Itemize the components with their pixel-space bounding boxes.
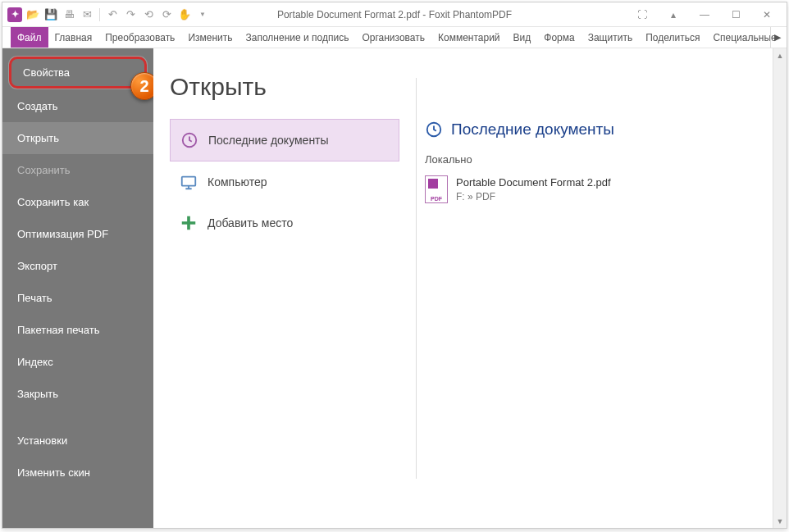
- clock-icon: [180, 131, 198, 149]
- svg-rect-1: [182, 177, 196, 186]
- option-computer-label: Компьютер: [208, 175, 267, 189]
- save-icon[interactable]: 💾: [43, 7, 58, 22]
- undo2-icon[interactable]: ⟲: [141, 7, 156, 22]
- backstage-body: Свойства 2 Создать Открыть Сохранить Сох…: [2, 48, 787, 528]
- redo2-icon[interactable]: ⟳: [159, 7, 174, 22]
- recent-file-text: Portable Document Format 2.pdf F: » PDF: [456, 175, 611, 204]
- sidebar-item-optimize[interactable]: Оптимизация PDF: [2, 218, 153, 250]
- titlebar: ✦ 📂 💾 🖶 ✉ ↶ ↷ ⟲ ⟳ ✋ ▼ Portable Document …: [2, 2, 787, 27]
- scroll-up-icon[interactable]: ▲: [773, 48, 787, 62]
- tab-form[interactable]: Форма: [537, 27, 581, 48]
- sidebar-item-batchprint[interactable]: Пакетная печать: [2, 314, 153, 346]
- separator: [99, 8, 100, 21]
- recent-group-label: Локально: [425, 153, 770, 166]
- recent-docs-column: Последние документы Локально Portable Do…: [425, 48, 787, 528]
- sidebar-item-export[interactable]: Экспорт: [2, 250, 153, 282]
- open-options-column: Открыть Последние документы Компьютер: [153, 48, 416, 528]
- tab-organize[interactable]: Организовать: [355, 27, 431, 48]
- qat-dropdown-icon[interactable]: ▼: [195, 7, 210, 22]
- redo-icon[interactable]: ↷: [123, 7, 138, 22]
- sidebar-item-save: Сохранить: [2, 154, 153, 186]
- tab-protect[interactable]: Защитить: [581, 27, 639, 48]
- tab-edit[interactable]: Изменить: [181, 27, 239, 48]
- option-recent-docs[interactable]: Последние документы: [170, 119, 399, 161]
- scroll-down-icon[interactable]: ▼: [773, 514, 787, 528]
- tab-share[interactable]: Поделиться: [639, 27, 706, 48]
- vertical-scrollbar[interactable]: ▲ ▼: [773, 48, 787, 528]
- close-button[interactable]: ✕: [755, 7, 778, 23]
- ribbon-tabs: Файл Главная Преобразовать Изменить Запо…: [2, 27, 787, 48]
- page-title: Открыть: [170, 73, 399, 101]
- recent-header-label: Последние документы: [451, 120, 614, 139]
- sidebar-item-properties[interactable]: Свойства: [9, 57, 147, 89]
- sidebar-item-open[interactable]: Открыть: [2, 122, 153, 154]
- quick-access-toolbar: ✦ 📂 💾 🖶 ✉ ↶ ↷ ⟲ ⟳ ✋ ▼: [2, 7, 210, 22]
- sidebar-item-index[interactable]: Индекс: [2, 346, 153, 378]
- option-computer[interactable]: Компьютер: [170, 161, 399, 202]
- tab-comment[interactable]: Комментарий: [431, 27, 507, 48]
- ribbon-overflow-icon[interactable]: ▶: [770, 27, 783, 48]
- option-addplace-label: Добавить место: [208, 216, 293, 230]
- sidebar-item-saveas[interactable]: Сохранить как: [2, 186, 153, 218]
- sidebar-item-close[interactable]: Закрыть: [2, 378, 153, 410]
- ribbon-toggle-icon[interactable]: ▴: [662, 7, 685, 23]
- hand-icon[interactable]: ✋: [177, 7, 192, 22]
- backstage-main: Открыть Последние документы Компьютер: [153, 48, 787, 528]
- tab-home[interactable]: Главная: [48, 27, 99, 48]
- print-icon[interactable]: 🖶: [62, 7, 76, 22]
- computer-icon: [180, 173, 198, 191]
- window-title: Portable Document Format 2.pdf - Foxit P…: [277, 9, 512, 20]
- minimize-button[interactable]: —: [693, 7, 716, 23]
- recent-file-path: F: » PDF: [456, 190, 611, 204]
- fullscreen-icon[interactable]: ⛶: [631, 7, 654, 23]
- sidebar-item-settings[interactable]: Установки: [2, 425, 153, 457]
- app-logo-icon: ✦: [7, 7, 22, 22]
- clock-icon: [425, 120, 443, 139]
- recent-file-item[interactable]: Portable Document Format 2.pdf F: » PDF: [425, 172, 770, 207]
- recent-docs-header: Последние документы: [425, 120, 770, 139]
- backstage-sidebar: Свойства 2 Создать Открыть Сохранить Сох…: [2, 48, 153, 528]
- sidebar-highlight-wrap: Свойства 2: [9, 57, 147, 89]
- app-window: ✦ 📂 💾 🖶 ✉ ↶ ↷ ⟲ ⟳ ✋ ▼ Portable Document …: [2, 2, 787, 529]
- sidebar-item-skin[interactable]: Изменить скин: [2, 457, 153, 489]
- sidebar-item-print[interactable]: Печать: [2, 282, 153, 314]
- recent-file-name: Portable Document Format 2.pdf: [456, 175, 611, 190]
- tab-convert[interactable]: Преобразовать: [98, 27, 181, 48]
- tab-fillsign[interactable]: Заполнение и подпись: [239, 27, 356, 48]
- tab-view[interactable]: Вид: [507, 27, 538, 48]
- plus-icon: [180, 214, 198, 232]
- sidebar-spacer: [2, 410, 153, 425]
- sidebar-item-create[interactable]: Создать: [2, 90, 153, 122]
- column-separator: [416, 78, 417, 479]
- pdf-file-icon: [425, 175, 448, 203]
- maximize-button[interactable]: ☐: [724, 7, 747, 23]
- option-recent-label: Последние документы: [208, 134, 329, 147]
- option-add-place[interactable]: Добавить место: [170, 202, 399, 243]
- tab-file[interactable]: Файл: [11, 27, 48, 48]
- open-icon[interactable]: 📂: [25, 7, 40, 22]
- window-controls: ⛶ ▴ — ☐ ✕: [631, 7, 787, 23]
- undo-icon[interactable]: ↶: [105, 7, 120, 22]
- email-icon[interactable]: ✉: [80, 7, 94, 22]
